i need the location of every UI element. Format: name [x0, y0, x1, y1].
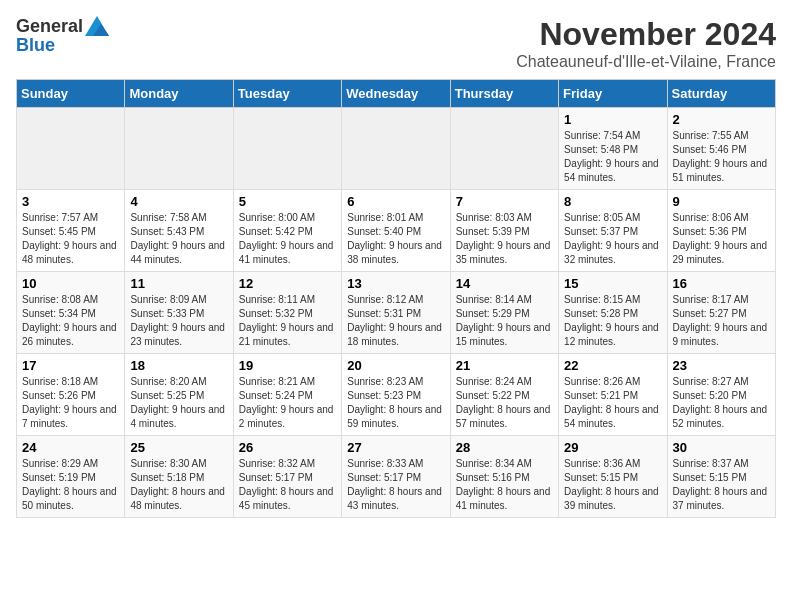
calendar-cell: 23Sunrise: 8:27 AM Sunset: 5:20 PM Dayli…	[667, 354, 775, 436]
calendar-cell: 1Sunrise: 7:54 AM Sunset: 5:48 PM Daylig…	[559, 108, 667, 190]
calendar-row-4: 24Sunrise: 8:29 AM Sunset: 5:19 PM Dayli…	[17, 436, 776, 518]
calendar-cell: 19Sunrise: 8:21 AM Sunset: 5:24 PM Dayli…	[233, 354, 341, 436]
day-info: Sunrise: 8:00 AM Sunset: 5:42 PM Dayligh…	[239, 211, 336, 267]
header-cell-wednesday: Wednesday	[342, 80, 450, 108]
calendar-cell: 4Sunrise: 7:58 AM Sunset: 5:43 PM Daylig…	[125, 190, 233, 272]
day-info: Sunrise: 8:20 AM Sunset: 5:25 PM Dayligh…	[130, 375, 227, 431]
title-area: November 2024 Chateauneuf-d'Ille-et-Vila…	[516, 16, 776, 71]
day-number: 11	[130, 276, 227, 291]
day-number: 8	[564, 194, 661, 209]
calendar-cell: 7Sunrise: 8:03 AM Sunset: 5:39 PM Daylig…	[450, 190, 558, 272]
day-number: 30	[673, 440, 770, 455]
day-number: 28	[456, 440, 553, 455]
calendar-cell: 30Sunrise: 8:37 AM Sunset: 5:15 PM Dayli…	[667, 436, 775, 518]
day-number: 7	[456, 194, 553, 209]
calendar-cell: 18Sunrise: 8:20 AM Sunset: 5:25 PM Dayli…	[125, 354, 233, 436]
calendar-row-1: 3Sunrise: 7:57 AM Sunset: 5:45 PM Daylig…	[17, 190, 776, 272]
calendar-cell: 3Sunrise: 7:57 AM Sunset: 5:45 PM Daylig…	[17, 190, 125, 272]
calendar-cell: 8Sunrise: 8:05 AM Sunset: 5:37 PM Daylig…	[559, 190, 667, 272]
calendar-header-row: SundayMondayTuesdayWednesdayThursdayFrid…	[17, 80, 776, 108]
day-number: 16	[673, 276, 770, 291]
day-info: Sunrise: 8:32 AM Sunset: 5:17 PM Dayligh…	[239, 457, 336, 513]
calendar-cell: 14Sunrise: 8:14 AM Sunset: 5:29 PM Dayli…	[450, 272, 558, 354]
day-info: Sunrise: 8:34 AM Sunset: 5:16 PM Dayligh…	[456, 457, 553, 513]
day-number: 5	[239, 194, 336, 209]
day-number: 24	[22, 440, 119, 455]
day-info: Sunrise: 8:21 AM Sunset: 5:24 PM Dayligh…	[239, 375, 336, 431]
calendar-cell	[450, 108, 558, 190]
day-info: Sunrise: 8:37 AM Sunset: 5:15 PM Dayligh…	[673, 457, 770, 513]
calendar-cell: 22Sunrise: 8:26 AM Sunset: 5:21 PM Dayli…	[559, 354, 667, 436]
day-number: 29	[564, 440, 661, 455]
header-cell-sunday: Sunday	[17, 80, 125, 108]
day-number: 3	[22, 194, 119, 209]
day-number: 19	[239, 358, 336, 373]
day-info: Sunrise: 8:18 AM Sunset: 5:26 PM Dayligh…	[22, 375, 119, 431]
logo: General Blue	[16, 16, 109, 54]
day-info: Sunrise: 8:27 AM Sunset: 5:20 PM Dayligh…	[673, 375, 770, 431]
calendar-cell	[125, 108, 233, 190]
day-info: Sunrise: 8:06 AM Sunset: 5:36 PM Dayligh…	[673, 211, 770, 267]
logo-icon	[85, 16, 109, 36]
day-number: 25	[130, 440, 227, 455]
day-info: Sunrise: 7:54 AM Sunset: 5:48 PM Dayligh…	[564, 129, 661, 185]
calendar-cell: 20Sunrise: 8:23 AM Sunset: 5:23 PM Dayli…	[342, 354, 450, 436]
day-info: Sunrise: 8:23 AM Sunset: 5:23 PM Dayligh…	[347, 375, 444, 431]
day-number: 20	[347, 358, 444, 373]
day-number: 6	[347, 194, 444, 209]
header: General Blue November 2024 Chateauneuf-d…	[16, 16, 776, 71]
day-info: Sunrise: 8:15 AM Sunset: 5:28 PM Dayligh…	[564, 293, 661, 349]
day-number: 12	[239, 276, 336, 291]
day-info: Sunrise: 8:14 AM Sunset: 5:29 PM Dayligh…	[456, 293, 553, 349]
header-cell-saturday: Saturday	[667, 80, 775, 108]
day-info: Sunrise: 8:12 AM Sunset: 5:31 PM Dayligh…	[347, 293, 444, 349]
day-number: 2	[673, 112, 770, 127]
day-info: Sunrise: 7:58 AM Sunset: 5:43 PM Dayligh…	[130, 211, 227, 267]
day-info: Sunrise: 8:11 AM Sunset: 5:32 PM Dayligh…	[239, 293, 336, 349]
day-number: 14	[456, 276, 553, 291]
calendar-cell: 17Sunrise: 8:18 AM Sunset: 5:26 PM Dayli…	[17, 354, 125, 436]
day-number: 21	[456, 358, 553, 373]
day-number: 13	[347, 276, 444, 291]
calendar-cell: 13Sunrise: 8:12 AM Sunset: 5:31 PM Dayli…	[342, 272, 450, 354]
calendar-cell: 27Sunrise: 8:33 AM Sunset: 5:17 PM Dayli…	[342, 436, 450, 518]
day-info: Sunrise: 8:03 AM Sunset: 5:39 PM Dayligh…	[456, 211, 553, 267]
day-info: Sunrise: 8:26 AM Sunset: 5:21 PM Dayligh…	[564, 375, 661, 431]
day-number: 17	[22, 358, 119, 373]
calendar-row-2: 10Sunrise: 8:08 AM Sunset: 5:34 PM Dayli…	[17, 272, 776, 354]
calendar-cell: 26Sunrise: 8:32 AM Sunset: 5:17 PM Dayli…	[233, 436, 341, 518]
calendar-cell: 11Sunrise: 8:09 AM Sunset: 5:33 PM Dayli…	[125, 272, 233, 354]
day-number: 4	[130, 194, 227, 209]
calendar-cell: 12Sunrise: 8:11 AM Sunset: 5:32 PM Dayli…	[233, 272, 341, 354]
calendar-cell	[17, 108, 125, 190]
day-info: Sunrise: 8:08 AM Sunset: 5:34 PM Dayligh…	[22, 293, 119, 349]
calendar-cell: 29Sunrise: 8:36 AM Sunset: 5:15 PM Dayli…	[559, 436, 667, 518]
location: Chateauneuf-d'Ille-et-Vilaine, France	[516, 53, 776, 71]
calendar-cell: 15Sunrise: 8:15 AM Sunset: 5:28 PM Dayli…	[559, 272, 667, 354]
day-info: Sunrise: 7:55 AM Sunset: 5:46 PM Dayligh…	[673, 129, 770, 185]
day-number: 27	[347, 440, 444, 455]
day-number: 26	[239, 440, 336, 455]
header-cell-tuesday: Tuesday	[233, 80, 341, 108]
calendar-cell: 10Sunrise: 8:08 AM Sunset: 5:34 PM Dayli…	[17, 272, 125, 354]
calendar-cell: 21Sunrise: 8:24 AM Sunset: 5:22 PM Dayli…	[450, 354, 558, 436]
day-number: 15	[564, 276, 661, 291]
calendar-row-0: 1Sunrise: 7:54 AM Sunset: 5:48 PM Daylig…	[17, 108, 776, 190]
day-info: Sunrise: 8:01 AM Sunset: 5:40 PM Dayligh…	[347, 211, 444, 267]
day-number: 9	[673, 194, 770, 209]
calendar-cell	[342, 108, 450, 190]
day-number: 22	[564, 358, 661, 373]
calendar-cell: 28Sunrise: 8:34 AM Sunset: 5:16 PM Dayli…	[450, 436, 558, 518]
calendar-cell: 24Sunrise: 8:29 AM Sunset: 5:19 PM Dayli…	[17, 436, 125, 518]
month-title: November 2024	[516, 16, 776, 53]
header-cell-monday: Monday	[125, 80, 233, 108]
calendar-cell	[233, 108, 341, 190]
day-info: Sunrise: 8:09 AM Sunset: 5:33 PM Dayligh…	[130, 293, 227, 349]
header-cell-thursday: Thursday	[450, 80, 558, 108]
calendar-cell: 5Sunrise: 8:00 AM Sunset: 5:42 PM Daylig…	[233, 190, 341, 272]
day-info: Sunrise: 8:17 AM Sunset: 5:27 PM Dayligh…	[673, 293, 770, 349]
calendar-row-3: 17Sunrise: 8:18 AM Sunset: 5:26 PM Dayli…	[17, 354, 776, 436]
header-cell-friday: Friday	[559, 80, 667, 108]
calendar-table: SundayMondayTuesdayWednesdayThursdayFrid…	[16, 79, 776, 518]
day-number: 1	[564, 112, 661, 127]
